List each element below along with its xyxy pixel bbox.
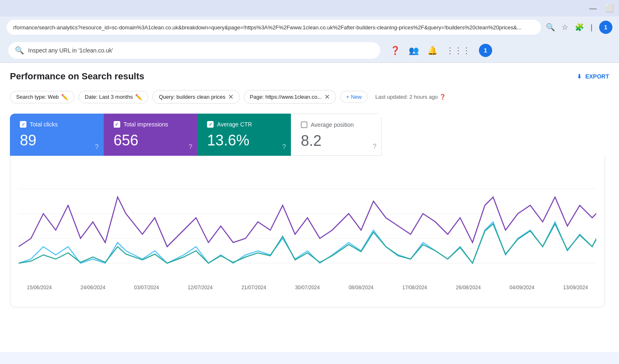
ctr-label: Average CTR bbox=[217, 121, 252, 128]
page-header: Performance on Search results ⬇ EXPORT bbox=[10, 71, 609, 82]
position-header: Average position bbox=[301, 121, 371, 128]
query-label: Query: builders clean prices bbox=[159, 94, 225, 100]
edit-icon: ✏️ bbox=[135, 94, 142, 100]
profile-avatar[interactable]: 1 bbox=[599, 21, 612, 34]
browser-window-controls: — ⬜ bbox=[589, 4, 614, 13]
impressions-checkbox[interactable]: ✓ bbox=[114, 121, 120, 128]
chart-container: 15/06/2024 24/06/2024 03/07/2024 12/07/2… bbox=[10, 156, 605, 307]
x-label-1: 15/06/2024 bbox=[27, 285, 52, 290]
plus-icon: + bbox=[346, 94, 350, 100]
page-label: Page: https://www.1clean.co... bbox=[250, 94, 322, 100]
new-filter-button[interactable]: + New bbox=[340, 91, 368, 103]
user-avatar[interactable]: 1 bbox=[479, 44, 492, 57]
search-icon[interactable]: 🔍 bbox=[546, 23, 555, 32]
x-label-6: 30/07/2024 bbox=[295, 285, 320, 290]
last-updated-text: Last updated: 2 hours ago bbox=[375, 94, 438, 100]
checkmark-icon: ✓ bbox=[21, 122, 25, 127]
x-label-10: 04/09/2024 bbox=[509, 285, 534, 290]
position-checkbox[interactable] bbox=[301, 121, 307, 128]
sc-toolbar-icons: ❓ 👥 🔔 ⋮⋮⋮ 1 bbox=[390, 44, 492, 57]
url-bar[interactable]: rformance/search-analytics?resource_id=s… bbox=[7, 20, 541, 35]
impressions-header: ✓ Total impressions bbox=[114, 121, 188, 128]
users-icon[interactable]: 👥 bbox=[409, 45, 419, 55]
apps-icon[interactable]: ⋮⋮⋮ bbox=[446, 45, 471, 55]
last-updated-help-icon[interactable]: ❓ bbox=[439, 94, 446, 100]
help-icon[interactable]: ❓ bbox=[390, 45, 400, 55]
inspect-search-icon: 🔍 bbox=[15, 46, 24, 55]
query-filter[interactable]: Query: builders clean prices ✕ bbox=[152, 90, 239, 104]
x-label-3: 03/07/2024 bbox=[134, 285, 159, 290]
position-help-icon[interactable]: ? bbox=[373, 143, 376, 150]
url-inspect-bar[interactable]: 🔍 Inspect any URL in '1clean.co.uk' bbox=[8, 42, 380, 59]
checkmark-icon: ✓ bbox=[209, 122, 212, 127]
ctr-metric-card[interactable]: ✓ Average CTR 13.6% ? bbox=[197, 114, 291, 156]
sc-toolbar: 🔍 Inspect any URL in '1clean.co.uk' ❓ 👥 … bbox=[0, 38, 619, 63]
clicks-help-icon[interactable]: ? bbox=[95, 143, 99, 151]
position-metric-card[interactable]: Average position 8.2 ? bbox=[291, 114, 382, 156]
bookmark-icon[interactable]: ☆ bbox=[562, 23, 568, 32]
position-value: 8.2 bbox=[301, 132, 371, 150]
clicks-checkbox[interactable]: ✓ bbox=[20, 121, 26, 128]
url-text: rformance/search-analytics?resource_id=s… bbox=[13, 24, 521, 31]
search-type-filter[interactable]: Search type: Web ✏️ bbox=[10, 91, 74, 103]
last-updated: Last updated: 2 hours ago ❓ bbox=[375, 94, 446, 100]
ctr-header: ✓ Average CTR bbox=[207, 121, 281, 128]
remove-query-icon[interactable]: ✕ bbox=[228, 93, 233, 101]
x-label-7: 08/08/2024 bbox=[349, 285, 374, 290]
chart-section: ✓ Total clicks 89 ? ✓ Total impressions bbox=[10, 114, 605, 307]
date-filter[interactable]: Date: Last 3 months ✏️ bbox=[79, 91, 148, 103]
date-label: Date: Last 3 months bbox=[85, 94, 133, 100]
x-axis-labels: 15/06/2024 24/06/2024 03/07/2024 12/07/2… bbox=[19, 281, 596, 290]
clicks-value: 89 bbox=[20, 132, 94, 149]
search-placeholder-text: Inspect any URL in '1clean.co.uk' bbox=[28, 47, 113, 54]
impressions-help-icon[interactable]: ? bbox=[188, 143, 192, 151]
minimize-icon[interactable]: — bbox=[589, 4, 597, 13]
notifications-icon[interactable]: 🔔 bbox=[427, 45, 438, 55]
impressions-value: 656 bbox=[114, 132, 188, 149]
x-label-2: 24/06/2024 bbox=[81, 285, 105, 290]
filter-bar: Search type: Web ✏️ Date: Last 3 months … bbox=[10, 90, 609, 104]
page-title: Performance on Search results bbox=[10, 71, 144, 82]
new-filter-label: New bbox=[351, 94, 362, 100]
maximize-icon[interactable]: ⬜ bbox=[605, 4, 614, 13]
edit-icon: ✏️ bbox=[61, 94, 68, 100]
extension-icon[interactable]: 🧩 bbox=[575, 23, 584, 32]
download-icon: ⬇ bbox=[577, 73, 582, 80]
ctr-help-icon[interactable]: ? bbox=[282, 143, 286, 151]
x-label-4: 12/07/2024 bbox=[188, 285, 212, 290]
ctr-checkbox[interactable]: ✓ bbox=[207, 121, 214, 128]
clicks-header: ✓ Total clicks bbox=[20, 121, 94, 128]
impressions-label: Total impressions bbox=[124, 121, 168, 128]
menu-separator: | bbox=[590, 23, 593, 32]
remove-page-icon[interactable]: ✕ bbox=[324, 93, 330, 101]
address-bar: rformance/search-analytics?resource_id=s… bbox=[0, 17, 619, 38]
impressions-metric-card[interactable]: ✓ Total impressions 656 ? bbox=[104, 114, 198, 156]
clicks-label: Total clicks bbox=[30, 121, 58, 128]
export-label: EXPORT bbox=[585, 73, 609, 80]
x-label-5: 21/07/2024 bbox=[241, 285, 266, 290]
x-label-9: 26/08/2024 bbox=[456, 285, 481, 290]
metrics-container: ✓ Total clicks 89 ? ✓ Total impressions bbox=[10, 114, 382, 156]
page-filter[interactable]: Page: https://www.1clean.co... ✕ bbox=[244, 90, 336, 104]
clicks-metric-card[interactable]: ✓ Total clicks 89 ? bbox=[10, 114, 104, 156]
search-type-label: Search type: Web bbox=[16, 94, 59, 100]
x-label-11: 13/09/2024 bbox=[563, 285, 588, 290]
browser-icons: 🔍 ☆ 🧩 | 1 bbox=[546, 21, 612, 34]
main-content: Performance on Search results ⬇ EXPORT S… bbox=[0, 63, 619, 352]
browser-chrome: — ⬜ bbox=[0, 0, 619, 17]
position-label: Average position bbox=[311, 121, 354, 128]
metrics-and-chart: ✓ Total clicks 89 ? ✓ Total impressions bbox=[10, 114, 605, 307]
checkmark-icon: ✓ bbox=[115, 122, 119, 127]
ctr-value: 13.6% bbox=[207, 132, 281, 149]
performance-chart bbox=[19, 164, 596, 280]
export-button[interactable]: ⬇ EXPORT bbox=[577, 73, 609, 80]
x-label-8: 17/08/2024 bbox=[402, 285, 427, 290]
